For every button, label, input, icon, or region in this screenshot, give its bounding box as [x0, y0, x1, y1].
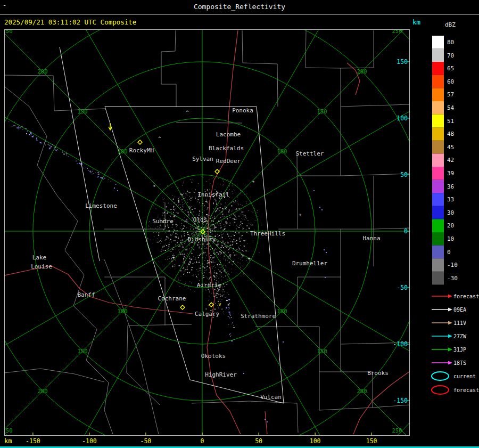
city-label: Banff	[77, 291, 95, 298]
dbz-value-label: 33	[447, 196, 454, 203]
vector-label: 27ZW	[453, 333, 467, 339]
dbz-swatch	[432, 180, 444, 193]
precip-dot	[313, 190, 315, 191]
dbz-swatch	[432, 75, 444, 88]
dbz-swatch	[432, 167, 444, 180]
city-label: Stettler	[296, 150, 324, 157]
precip-dot	[324, 249, 325, 250]
dbz-swatch	[432, 88, 444, 101]
city-label: Lake	[32, 254, 47, 261]
unit-top-right: km	[412, 18, 420, 26]
city-label: RedDeer	[216, 158, 241, 165]
precip-dot	[117, 190, 118, 191]
city-label: Ponoka	[232, 107, 253, 114]
city-label: Vulcan	[260, 394, 282, 401]
bottom-axis-label: 50	[255, 437, 262, 445]
ring-distance-label: 250	[392, 427, 402, 434]
station-symbol: *	[153, 184, 155, 190]
ring-distance-label: 100	[118, 148, 128, 154]
dbz-value-label: 57	[447, 91, 454, 98]
city-label: Cochrane	[158, 295, 186, 302]
precip-dot	[325, 277, 326, 278]
ring-distance-label: 150	[78, 108, 88, 115]
vector-label: 09EA	[453, 307, 466, 313]
dbz-value-label: 45	[447, 144, 454, 151]
precip-dot	[283, 341, 284, 343]
dbz-value-label: 54	[447, 104, 455, 111]
ring-distance-label: 200	[38, 388, 48, 394]
storm-marker: v	[218, 302, 221, 307]
unit-bottom-left: km	[4, 437, 12, 445]
city-label: Olds	[193, 216, 208, 223]
station-symbol: +	[299, 212, 302, 217]
ring-distance-label: 150	[317, 348, 327, 354]
city-label: Blackfalds	[209, 145, 244, 152]
right-axis-label: 0	[404, 227, 408, 235]
ellipse-label: forecast	[453, 387, 479, 393]
radar-app-window: - Composite_Reflectivity 2025/09/21 03:1…	[0, 0, 479, 448]
window-corner-glyph: -	[3, 2, 6, 9]
bottom-axis-label: 100	[310, 437, 321, 445]
station-symbol: +	[172, 255, 175, 260]
station-symbol: +	[247, 256, 251, 261]
city-label: Sundre	[152, 218, 174, 225]
dbz-value-label: 80	[447, 39, 454, 46]
dbz-value-label: 60	[447, 78, 454, 85]
city-label: Airdrie	[197, 282, 221, 289]
dbz-swatch	[432, 115, 444, 128]
dbz-value-label: 36	[447, 183, 454, 190]
bottom-axis-label: -50	[141, 437, 152, 445]
city-label: Louise	[31, 263, 52, 270]
vector-label: forecast	[453, 294, 479, 299]
precip-dot	[326, 252, 327, 253]
ring-distance-label: 200	[357, 388, 367, 394]
dbz-value-label: 30	[447, 209, 454, 216]
precip-dot	[114, 188, 115, 189]
city-label: Sylvan	[192, 156, 213, 162]
ring-distance-label: 200	[38, 68, 48, 75]
dbz-swatch	[432, 206, 444, 219]
city-label: HighRiver	[205, 371, 237, 378]
city-label: RockyMH	[129, 147, 154, 154]
bottom-axis-label: -150	[26, 437, 40, 445]
ring-distance-label: 150	[78, 348, 88, 354]
ellipse-label: current	[453, 373, 476, 379]
ring-distance-label: 100	[277, 148, 287, 154]
dbz-swatch	[432, 272, 444, 285]
right-axis-label: 50	[400, 171, 408, 178]
dbz-swatch	[432, 153, 444, 167]
radar-screen: - Composite_Reflectivity 2025/09/21 03:1…	[0, 0, 479, 448]
dbz-value-label: 10	[447, 235, 454, 242]
precip-dot	[321, 209, 323, 210]
precip-dot	[265, 419, 266, 420]
right-axis-label: -100	[393, 340, 408, 348]
dbz-value-label: 20	[447, 222, 454, 229]
dbz-value-label: -30	[447, 275, 458, 282]
station-symbol: ^	[186, 110, 189, 115]
dbz-swatch	[432, 62, 444, 75]
bottom-axis-label: -100	[82, 437, 97, 445]
station-symbol: *	[252, 180, 254, 185]
station-symbol: ^	[207, 262, 210, 267]
ring-distance-label: 200	[357, 68, 367, 75]
dbz-swatch	[432, 101, 444, 115]
vector-label: 111V	[453, 320, 466, 326]
dbz-swatch	[432, 258, 444, 272]
dbz-swatch	[432, 246, 444, 259]
dbz-swatch	[432, 193, 444, 206]
window-background	[0, 0, 479, 448]
station-symbol: ^	[158, 136, 161, 141]
right-axis-label: 100	[397, 115, 408, 122]
bottom-axis-label: 0	[201, 437, 204, 445]
dbz-swatch	[432, 232, 444, 246]
city-label: ThreeHills	[250, 230, 285, 237]
dbz-value-label: 42	[447, 157, 454, 164]
city-label: Brooks	[367, 370, 389, 377]
city-label: Lacombe	[216, 131, 241, 138]
dbz-swatch	[432, 127, 444, 141]
ring-distance-label: 150	[317, 108, 327, 115]
dbz-value-label: 65	[447, 65, 454, 72]
city-label: Hanna	[362, 235, 380, 242]
ring-distance-label: 100	[277, 308, 287, 314]
city-label: Didsbury	[188, 236, 216, 243]
